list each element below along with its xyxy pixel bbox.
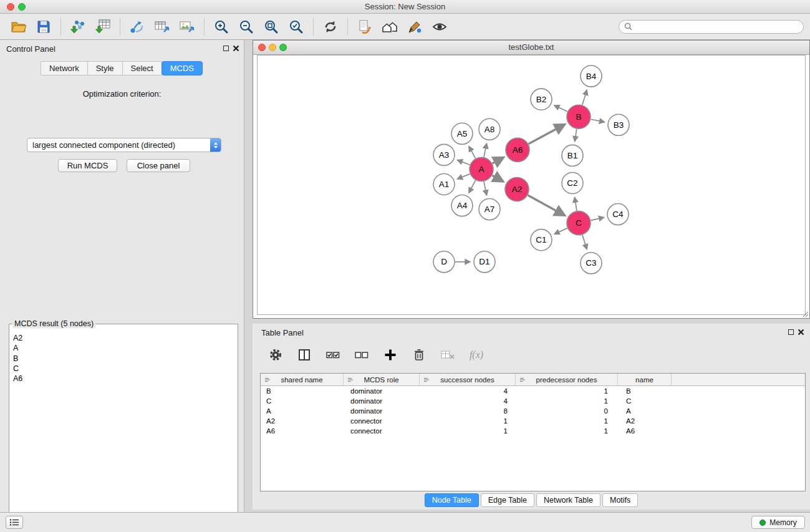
tab-mcds[interactable]: MCDS <box>162 61 203 75</box>
column-header-mcds-role[interactable]: MCDS role <box>344 374 420 385</box>
select-all-button[interactable] <box>324 346 342 364</box>
export-image-button[interactable] <box>175 17 200 37</box>
tab-node-table[interactable]: Node Table <box>425 493 479 507</box>
graph-edge-A-A4[interactable] <box>469 180 476 193</box>
tab-style[interactable]: Style <box>87 61 123 75</box>
memory-button[interactable]: Memory <box>751 516 805 529</box>
float-table-panel-icon[interactable] <box>788 329 794 335</box>
tab-edge-table[interactable]: Edge Table <box>481 493 534 507</box>
graph-node-A1[interactable]: A1 <box>433 173 455 195</box>
function-builder-button[interactable]: f(x) <box>467 346 486 364</box>
tab-network-table[interactable]: Network Table <box>536 493 600 507</box>
resize-grip-icon[interactable] <box>802 311 809 317</box>
optimization-criterion-dropdown[interactable]: largest connected component (directed) <box>27 138 221 152</box>
graph-edge-B-B4[interactable] <box>582 90 587 105</box>
table-row[interactable]: C dominator 4 1 C <box>261 396 805 406</box>
refresh-view-button[interactable] <box>318 17 343 37</box>
graph-edge-B-B1[interactable] <box>575 129 577 142</box>
close-network-window-icon[interactable] <box>258 44 266 51</box>
graph-edge-C-C4[interactable] <box>591 218 604 221</box>
style-brush-button[interactable] <box>402 17 427 37</box>
graph-node-A8[interactable]: A8 <box>479 118 500 140</box>
graph-node-A5[interactable]: A5 <box>451 123 473 144</box>
open-session-document-button[interactable] <box>352 17 377 37</box>
mcds-result-item[interactable]: A6 <box>13 374 234 384</box>
import-table-button[interactable] <box>90 17 115 37</box>
graph-edge-A-A8[interactable] <box>484 143 486 157</box>
delete-row-button[interactable] <box>410 346 428 364</box>
graph-node-B3[interactable]: B3 <box>608 114 629 135</box>
column-header-shared-name[interactable]: shared name <box>261 374 344 385</box>
mcds-result-item[interactable]: C <box>13 364 234 374</box>
close-panel-button[interactable]: Close panel <box>127 159 190 172</box>
export-network-button[interactable] <box>125 17 150 37</box>
tab-select[interactable]: Select <box>122 61 162 75</box>
graph-node-C2[interactable]: C2 <box>562 172 583 193</box>
home-view-button[interactable] <box>377 17 402 37</box>
save-session-button[interactable] <box>31 17 56 37</box>
task-history-button[interactable] <box>6 516 23 529</box>
graph-node-B1[interactable]: B1 <box>562 145 583 166</box>
graph-node-B[interactable]: B <box>567 105 591 128</box>
close-window-icon[interactable] <box>7 3 14 11</box>
graph-edge-B-B2[interactable] <box>554 105 567 112</box>
graph-edge-C-C1[interactable] <box>554 228 567 234</box>
column-visibility-button[interactable] <box>295 346 314 364</box>
add-row-button[interactable] <box>381 346 400 364</box>
table-row[interactable]: A6 connector 1 1 A6 <box>261 426 805 436</box>
zoom-fit-button[interactable] <box>259 17 284 37</box>
graph-edge-A-A7[interactable] <box>484 181 486 195</box>
graph-node-A3[interactable]: A3 <box>433 144 455 165</box>
run-mcds-button[interactable]: Run MCDS <box>58 159 117 172</box>
graph-edge-A2-C[interactable] <box>528 195 565 216</box>
mcds-result-item[interactable]: A <box>13 343 234 353</box>
column-header-successor-nodes[interactable]: successor nodes <box>420 374 516 385</box>
graph-node-A[interactable]: A <box>470 157 493 181</box>
graph-node-D1[interactable]: D1 <box>474 251 495 273</box>
zoom-selected-button[interactable] <box>284 17 309 37</box>
graph-node-B4[interactable]: B4 <box>581 65 602 87</box>
graph-node-A4[interactable]: A4 <box>451 195 473 216</box>
graph-node-D[interactable]: D <box>433 251 455 273</box>
graph-edge-A6-B[interactable] <box>529 124 565 144</box>
delete-columns-button[interactable] <box>438 346 457 364</box>
mcds-result-item[interactable]: A2 <box>13 333 234 343</box>
export-table-button[interactable] <box>150 17 175 37</box>
zoom-network-window-icon[interactable] <box>279 44 287 51</box>
graph-node-A2[interactable]: A2 <box>505 177 529 201</box>
network-window-titlebar[interactable]: testGlobe.txt <box>253 41 809 55</box>
graph-edge-A-A3[interactable] <box>457 160 470 165</box>
graph-node-C[interactable]: C <box>567 211 591 235</box>
table-settings-button[interactable] <box>266 346 285 364</box>
graph-node-C4[interactable]: C4 <box>607 204 629 225</box>
table-row[interactable]: B dominator 4 1 B <box>261 386 805 396</box>
graph-node-B2[interactable]: B2 <box>531 89 552 110</box>
table-row[interactable]: A dominator 8 0 A <box>261 406 805 416</box>
search-input[interactable] <box>635 22 798 31</box>
graph-node-C3[interactable]: C3 <box>581 253 602 274</box>
graph-edge-A-A1[interactable] <box>457 174 470 179</box>
open-folder-button[interactable] <box>6 17 31 37</box>
mcds-result-item[interactable]: B <box>13 354 234 364</box>
table-row[interactable]: A2 connector 1 1 A2 <box>261 416 805 426</box>
close-table-panel-icon[interactable] <box>798 329 804 336</box>
import-network-button[interactable] <box>65 17 90 37</box>
close-panel-icon[interactable] <box>233 45 239 52</box>
graph-edge-A-A5[interactable] <box>469 147 475 158</box>
float-panel-icon[interactable] <box>223 46 229 51</box>
zoom-in-button[interactable] <box>209 17 234 37</box>
graph-edge-C-C2[interactable] <box>575 197 577 211</box>
column-header-name[interactable]: name <box>618 374 672 385</box>
graph-node-A6[interactable]: A6 <box>506 138 529 162</box>
graph-node-A7[interactable]: A7 <box>479 199 500 220</box>
graph-edge-B-B3[interactable] <box>591 119 605 122</box>
network-canvas[interactable]: B4B2BB3A5A8A6B1A3AC2A1A2A4A7C4CC1C3DD1 <box>257 55 806 315</box>
minimize-network-window-icon[interactable] <box>269 44 276 51</box>
graph-edge-A-A2[interactable] <box>492 175 503 181</box>
graph-edge-A-A6[interactable] <box>493 157 504 163</box>
tab-motifs[interactable]: Motifs <box>602 493 638 507</box>
zoom-window-icon[interactable] <box>18 3 26 11</box>
graph-node-C1[interactable]: C1 <box>531 230 552 251</box>
tab-network[interactable]: Network <box>41 61 88 75</box>
show-hide-graphics-button[interactable] <box>427 17 452 37</box>
